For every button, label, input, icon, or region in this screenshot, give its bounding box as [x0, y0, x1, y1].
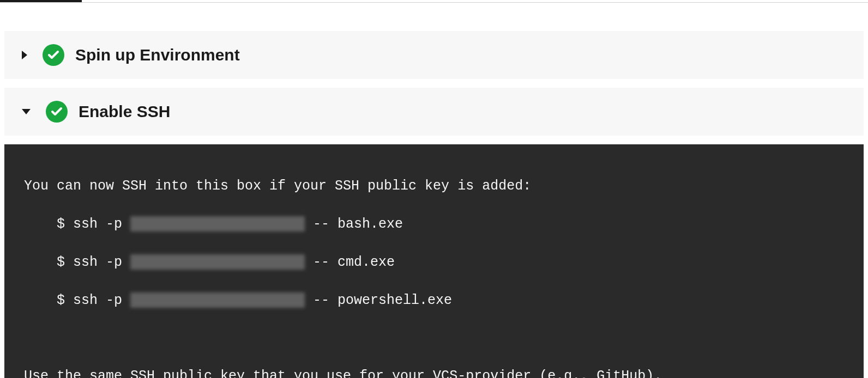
ssh-prefix: $ ssh -p: [24, 216, 130, 232]
ssh-prefix: $ ssh -p: [24, 254, 130, 270]
terminal-line: You can now SSH into this box if your SS…: [24, 176, 844, 196]
step-title: Spin up Environment: [75, 46, 240, 64]
terminal-line: $ ssh -p -- powershell.exe: [24, 291, 844, 310]
redacted-host: [130, 254, 305, 270]
step-title: Enable SSH: [79, 102, 170, 121]
caret-right-icon: [22, 51, 27, 59]
step-enable-ssh[interactable]: Enable SSH: [4, 88, 864, 136]
ssh-suffix: -- bash.exe: [305, 216, 403, 232]
terminal-line: $ ssh -p -- bash.exe: [24, 215, 844, 234]
terminal-line: $ ssh -p -- cmd.exe: [24, 253, 844, 272]
header-divider: [0, 2, 868, 3]
caret-down-icon: [22, 109, 31, 114]
blank-line: [24, 329, 844, 347]
ssh-prefix: $ ssh -p: [24, 292, 130, 308]
terminal-line: Use the same SSH public key that you use…: [24, 367, 844, 378]
redacted-host: [130, 292, 305, 308]
terminal-output: You can now SSH into this box if your SS…: [4, 144, 864, 378]
ssh-suffix: -- powershell.exe: [305, 292, 452, 308]
check-icon: [46, 101, 68, 123]
redacted-host: [130, 216, 305, 231]
check-icon: [43, 44, 64, 66]
ssh-suffix: -- cmd.exe: [305, 254, 395, 270]
step-spin-up-environment[interactable]: Spin up Environment: [4, 31, 864, 79]
